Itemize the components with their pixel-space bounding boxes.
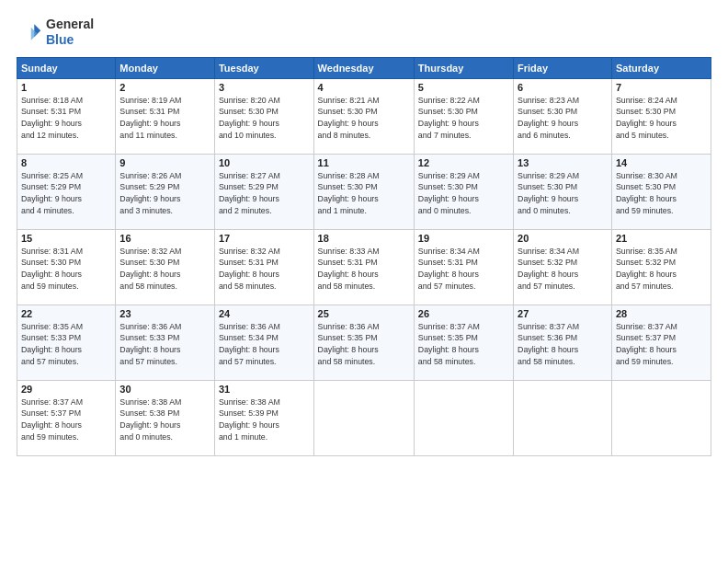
day-info: Sunrise: 8:18 AMSunset: 5:31 PMDaylight:… [21, 95, 111, 142]
day-number: 13 [518, 157, 608, 168]
day-info: Sunrise: 8:34 AMSunset: 5:31 PMDaylight:… [418, 246, 509, 293]
day-number: 22 [21, 308, 111, 319]
calendar-cell: 23Sunrise: 8:36 AMSunset: 5:33 PMDayligh… [116, 304, 215, 380]
calendar-cell: 9Sunrise: 8:26 AMSunset: 5:29 PMDaylight… [116, 154, 215, 229]
day-info: Sunrise: 8:27 AMSunset: 5:29 PMDaylight:… [219, 170, 310, 217]
day-info: Sunrise: 8:38 AMSunset: 5:38 PMDaylight:… [119, 396, 210, 443]
day-number: 20 [518, 233, 608, 244]
day-number: 19 [418, 233, 509, 244]
day-number: 16 [119, 233, 210, 244]
col-header-tuesday: Tuesday [214, 57, 313, 78]
calendar-cell [514, 380, 612, 455]
calendar-cell: 19Sunrise: 8:34 AMSunset: 5:31 PMDayligh… [414, 229, 513, 304]
calendar-cell: 22Sunrise: 8:35 AMSunset: 5:33 PMDayligh… [17, 304, 116, 380]
calendar-cell: 26Sunrise: 8:37 AMSunset: 5:35 PMDayligh… [414, 304, 513, 380]
day-number: 4 [318, 82, 410, 93]
calendar-cell: 31Sunrise: 8:38 AMSunset: 5:39 PMDayligh… [214, 380, 313, 455]
col-header-sunday: Sunday [17, 57, 116, 78]
calendar-cell: 20Sunrise: 8:34 AMSunset: 5:32 PMDayligh… [514, 229, 612, 304]
day-number: 7 [616, 82, 707, 93]
day-info: Sunrise: 8:29 AMSunset: 5:30 PMDaylight:… [518, 170, 608, 217]
calendar-cell: 10Sunrise: 8:27 AMSunset: 5:29 PMDayligh… [214, 154, 313, 229]
day-info: Sunrise: 8:36 AMSunset: 5:35 PMDaylight:… [318, 321, 410, 368]
col-header-saturday: Saturday [611, 57, 711, 78]
calendar-cell [611, 380, 711, 455]
day-number: 27 [518, 308, 608, 319]
calendar-cell: 2Sunrise: 8:19 AMSunset: 5:31 PMDaylight… [116, 78, 215, 154]
calendar-cell: 11Sunrise: 8:28 AMSunset: 5:30 PMDayligh… [313, 154, 414, 229]
calendar-cell: 27Sunrise: 8:37 AMSunset: 5:36 PMDayligh… [514, 304, 612, 380]
calendar-cell [414, 380, 513, 455]
day-info: Sunrise: 8:24 AMSunset: 5:30 PMDaylight:… [616, 95, 707, 142]
day-number: 26 [418, 308, 509, 319]
calendar-cell: 1Sunrise: 8:18 AMSunset: 5:31 PMDaylight… [17, 78, 116, 154]
day-number: 11 [318, 157, 410, 168]
day-number: 31 [219, 384, 310, 395]
calendar-cell: 8Sunrise: 8:25 AMSunset: 5:29 PMDaylight… [17, 154, 116, 229]
calendar-cell: 21Sunrise: 8:35 AMSunset: 5:32 PMDayligh… [611, 229, 711, 304]
col-header-thursday: Thursday [414, 57, 513, 78]
calendar-cell: 12Sunrise: 8:29 AMSunset: 5:30 PMDayligh… [414, 154, 513, 229]
day-number: 25 [318, 308, 410, 319]
calendar-cell: 30Sunrise: 8:38 AMSunset: 5:38 PMDayligh… [116, 380, 215, 455]
day-number: 2 [119, 82, 210, 93]
logo-blue: Blue [46, 32, 74, 47]
day-number: 14 [616, 157, 707, 168]
day-info: Sunrise: 8:31 AMSunset: 5:30 PMDaylight:… [21, 246, 111, 293]
calendar-cell: 6Sunrise: 8:23 AMSunset: 5:30 PMDaylight… [514, 78, 612, 154]
day-info: Sunrise: 8:35 AMSunset: 5:33 PMDaylight:… [21, 321, 111, 368]
calendar-cell: 16Sunrise: 8:32 AMSunset: 5:30 PMDayligh… [116, 229, 215, 304]
day-number: 6 [518, 82, 608, 93]
calendar-cell: 25Sunrise: 8:36 AMSunset: 5:35 PMDayligh… [313, 304, 414, 380]
day-number: 17 [219, 233, 310, 244]
calendar-cell: 17Sunrise: 8:32 AMSunset: 5:31 PMDayligh… [214, 229, 313, 304]
logo-text: General Blue [46, 17, 94, 48]
logo-icon [17, 19, 42, 45]
day-number: 1 [21, 82, 111, 93]
calendar-cell: 4Sunrise: 8:21 AMSunset: 5:30 PMDaylight… [313, 78, 414, 154]
day-number: 24 [219, 308, 310, 319]
day-info: Sunrise: 8:23 AMSunset: 5:30 PMDaylight:… [518, 95, 608, 142]
calendar-cell: 7Sunrise: 8:24 AMSunset: 5:30 PMDaylight… [611, 78, 711, 154]
col-header-wednesday: Wednesday [313, 57, 414, 78]
day-number: 30 [119, 384, 210, 395]
col-header-friday: Friday [514, 57, 612, 78]
day-number: 18 [318, 233, 410, 244]
day-number: 12 [418, 157, 509, 168]
day-info: Sunrise: 8:29 AMSunset: 5:30 PMDaylight:… [418, 170, 509, 217]
day-info: Sunrise: 8:20 AMSunset: 5:30 PMDaylight:… [219, 95, 310, 142]
calendar-table: SundayMondayTuesdayWednesdayThursdayFrid… [17, 57, 711, 456]
day-info: Sunrise: 8:22 AMSunset: 5:30 PMDaylight:… [418, 95, 509, 142]
day-number: 9 [119, 157, 210, 168]
day-info: Sunrise: 8:28 AMSunset: 5:30 PMDaylight:… [318, 170, 410, 217]
day-info: Sunrise: 8:33 AMSunset: 5:31 PMDaylight:… [318, 246, 410, 293]
calendar-cell [313, 380, 414, 455]
calendar-cell: 3Sunrise: 8:20 AMSunset: 5:30 PMDaylight… [214, 78, 313, 154]
day-number: 8 [21, 157, 111, 168]
calendar-cell: 28Sunrise: 8:37 AMSunset: 5:37 PMDayligh… [611, 304, 711, 380]
calendar-cell: 14Sunrise: 8:30 AMSunset: 5:30 PMDayligh… [611, 154, 711, 229]
day-info: Sunrise: 8:37 AMSunset: 5:36 PMDaylight:… [518, 321, 608, 368]
day-number: 29 [21, 384, 111, 395]
day-info: Sunrise: 8:36 AMSunset: 5:34 PMDaylight:… [219, 321, 310, 368]
calendar-cell: 5Sunrise: 8:22 AMSunset: 5:30 PMDaylight… [414, 78, 513, 154]
day-info: Sunrise: 8:35 AMSunset: 5:32 PMDaylight:… [616, 246, 707, 293]
day-number: 28 [616, 308, 707, 319]
header: General Blue [17, 17, 711, 48]
day-info: Sunrise: 8:37 AMSunset: 5:37 PMDaylight:… [616, 321, 707, 368]
col-header-monday: Monday [116, 57, 215, 78]
calendar-cell: 15Sunrise: 8:31 AMSunset: 5:30 PMDayligh… [17, 229, 116, 304]
day-number: 23 [119, 308, 210, 319]
calendar-cell: 29Sunrise: 8:37 AMSunset: 5:37 PMDayligh… [17, 380, 116, 455]
day-info: Sunrise: 8:32 AMSunset: 5:30 PMDaylight:… [119, 246, 210, 293]
day-info: Sunrise: 8:37 AMSunset: 5:35 PMDaylight:… [418, 321, 509, 368]
day-info: Sunrise: 8:30 AMSunset: 5:30 PMDaylight:… [616, 170, 707, 217]
day-info: Sunrise: 8:36 AMSunset: 5:33 PMDaylight:… [119, 321, 210, 368]
day-number: 3 [219, 82, 310, 93]
page: General Blue SundayMondayTuesdayWednesda… [0, 0, 728, 563]
logo-general: General [46, 17, 94, 31]
calendar-cell: 13Sunrise: 8:29 AMSunset: 5:30 PMDayligh… [514, 154, 612, 229]
day-info: Sunrise: 8:25 AMSunset: 5:29 PMDaylight:… [21, 170, 111, 217]
day-info: Sunrise: 8:21 AMSunset: 5:30 PMDaylight:… [318, 95, 410, 142]
day-info: Sunrise: 8:32 AMSunset: 5:31 PMDaylight:… [219, 246, 310, 293]
